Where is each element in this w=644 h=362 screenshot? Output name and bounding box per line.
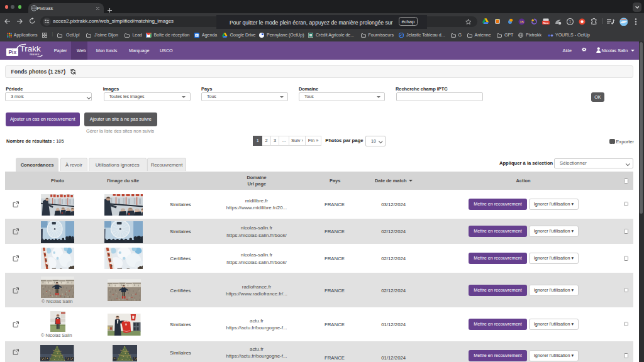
svg-text:31: 31 xyxy=(195,34,198,37)
svg-text:1: 1 xyxy=(569,19,572,23)
svg-text:15: 15 xyxy=(519,19,523,23)
svg-text:New: New xyxy=(543,21,549,24)
